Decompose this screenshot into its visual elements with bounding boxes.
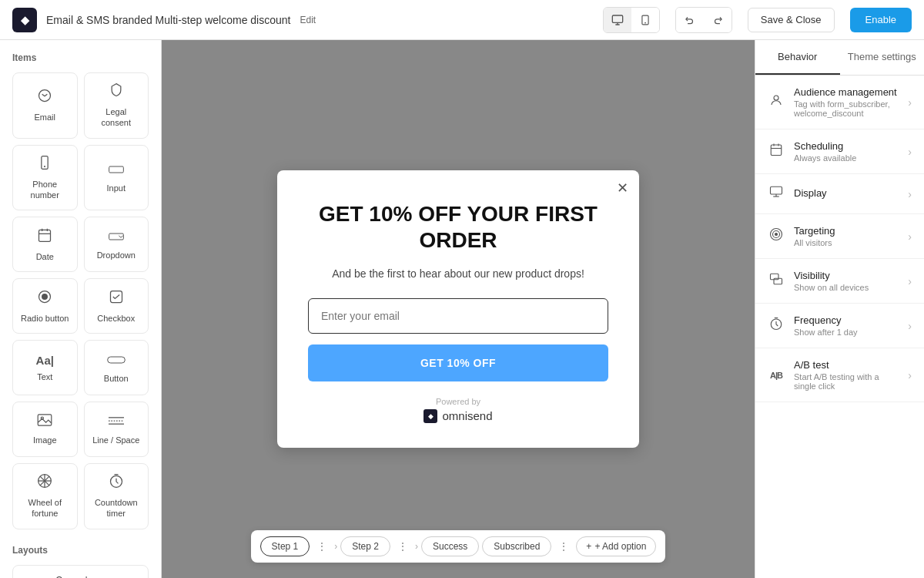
- setting-scheduling[interactable]: Scheduling Always available ›: [755, 129, 924, 174]
- targeting-icon: [768, 227, 785, 245]
- scheduling-sub: Always available: [794, 153, 899, 163]
- mobile-view-button[interactable]: [631, 8, 659, 32]
- setting-targeting[interactable]: Targeting All visitors ›: [755, 214, 924, 259]
- setting-visibility[interactable]: Visibility Show on all devices ›: [755, 259, 924, 304]
- step-1-pill[interactable]: Step 1: [260, 536, 310, 556]
- phone-label: Phone number: [19, 179, 71, 201]
- email-icon: [37, 88, 52, 107]
- popup-modal: ✕ GET 10% OFF YOUR FIRST ORDER And be th…: [277, 170, 639, 447]
- audience-text: Audience management Tag with form_subscr…: [794, 86, 899, 118]
- brand-icon: ◆: [424, 409, 437, 423]
- sidebar-item-button[interactable]: Button: [84, 340, 149, 395]
- svg-rect-13: [109, 234, 123, 240]
- display-text: Display: [794, 187, 899, 200]
- ab-test-text: A/B test Start A/B testing with a single…: [794, 359, 899, 391]
- sidebar-item-countdown-timer[interactable]: Countdown timer: [84, 463, 149, 529]
- dropdown-label: Dropdown: [97, 250, 136, 260]
- radio-icon: [37, 289, 52, 308]
- sidebar-item-wheel-of-fortune[interactable]: Wheel of fortune: [12, 463, 78, 529]
- subscribed-pill[interactable]: Subscribed: [482, 536, 551, 556]
- sidebar-item-line-space[interactable]: Line / Space: [84, 402, 149, 457]
- layout-one-column[interactable]: One column: [12, 565, 149, 578]
- display-icon: [768, 185, 785, 203]
- right-tabs: Behavior Theme settings: [755, 40, 924, 76]
- input-icon: [109, 162, 124, 178]
- app-logo: ◆: [12, 8, 37, 32]
- frequency-name: Frequency: [794, 314, 899, 326]
- frequency-icon: [768, 317, 785, 334]
- svg-rect-35: [771, 187, 782, 194]
- frequency-sub: Show after 1 day: [794, 328, 899, 337]
- success-pill[interactable]: Success: [421, 536, 479, 556]
- setting-audience-management[interactable]: Audience management Tag with form_subscr…: [755, 76, 924, 129]
- powered-by-section: Powered by ◆ omnisend: [308, 397, 608, 423]
- setting-frequency[interactable]: Frequency Show after 1 day ›: [755, 304, 924, 348]
- undo-redo-group: [675, 7, 732, 33]
- items-section-title: Items: [12, 52, 149, 63]
- add-option-button[interactable]: + + Add option: [576, 536, 656, 556]
- edit-label[interactable]: Edit: [300, 15, 316, 25]
- display-chevron: ›: [908, 188, 912, 200]
- image-label: Image: [33, 435, 57, 445]
- redo-button[interactable]: [704, 8, 732, 32]
- sidebar-item-date[interactable]: Date: [12, 217, 78, 272]
- subscribed-options[interactable]: ⋮: [554, 537, 573, 556]
- svg-rect-0: [612, 15, 622, 22]
- sidebar-item-radio-button[interactable]: Radio button: [12, 278, 78, 334]
- modal-subtitle: And be the first to hear about our new p…: [308, 267, 608, 280]
- visibility-chevron: ›: [908, 275, 912, 287]
- sidebar-item-email[interactable]: Email: [12, 72, 78, 139]
- date-label: Date: [36, 251, 54, 262]
- setting-ab-test[interactable]: A|B A/B test Start A/B testing with a si…: [755, 348, 924, 402]
- sidebar-item-legal-consent[interactable]: Legal consent: [84, 72, 149, 139]
- ab-test-name: A/B test: [794, 359, 899, 371]
- scheduling-text: Scheduling Always available: [794, 140, 899, 163]
- scheduling-icon: [768, 143, 785, 160]
- input-label: Input: [107, 183, 126, 193]
- brand-name: omnisend: [442, 409, 492, 422]
- tab-behavior[interactable]: Behavior: [755, 40, 840, 75]
- countdown-icon: [109, 473, 124, 492]
- ab-test-sub: Start A/B testing with a single click: [794, 372, 899, 391]
- svg-point-5: [39, 90, 51, 102]
- text-label: Text: [37, 371, 52, 382]
- scheduling-chevron: ›: [908, 146, 912, 158]
- undo-button[interactable]: [676, 8, 704, 32]
- add-icon: +: [586, 541, 591, 552]
- step-1-options[interactable]: ⋮: [313, 537, 331, 556]
- audience-sub: Tag with form_subscriber, welcome_discou…: [794, 99, 899, 118]
- svg-rect-8: [109, 166, 123, 173]
- setting-display[interactable]: Display ›: [755, 174, 924, 214]
- step-2-options[interactable]: ⋮: [393, 537, 412, 556]
- sidebar-item-text[interactable]: Aa| Text: [12, 340, 78, 395]
- step-arrow-1: ›: [334, 541, 337, 552]
- checkbox-label: Checkbox: [97, 313, 135, 324]
- legal-label: Legal consent: [91, 106, 142, 129]
- button-icon: [107, 352, 126, 368]
- sidebar-item-image[interactable]: Image: [12, 402, 78, 457]
- step-2-pill[interactable]: Step 2: [340, 536, 390, 556]
- sidebar-item-input[interactable]: Input: [84, 145, 149, 211]
- visibility-name: Visibility: [794, 270, 899, 281]
- desktop-view-button[interactable]: [604, 8, 631, 32]
- modal-close-button[interactable]: ✕: [617, 181, 628, 195]
- settings-list: Audience management Tag with form_subscr…: [755, 76, 924, 578]
- enable-button[interactable]: Enable: [850, 8, 912, 32]
- tab-theme-settings[interactable]: Theme settings: [840, 40, 925, 75]
- modal-title: GET 10% OFF YOUR FIRST ORDER: [308, 201, 608, 253]
- button-label: Button: [104, 373, 129, 384]
- powered-by-text: Powered by: [308, 397, 608, 406]
- svg-rect-17: [107, 357, 125, 363]
- sidebar-item-checkbox[interactable]: Checkbox: [84, 278, 149, 334]
- audience-icon: [768, 93, 785, 111]
- date-icon: [37, 227, 52, 247]
- sidebar-item-dropdown[interactable]: Dropdown: [84, 217, 149, 272]
- save-close-button[interactable]: Save & Close: [748, 8, 835, 32]
- targeting-text: Targeting All visitors: [794, 225, 899, 247]
- sidebar-item-phone-number[interactable]: Phone number: [12, 145, 78, 211]
- visibility-sub: Show on all devices: [794, 283, 899, 292]
- cta-button[interactable]: GET 10% OFF: [308, 344, 608, 381]
- countdown-label: Countdown timer: [91, 497, 142, 519]
- main-layout: Items Email Legal consent Phone number: [0, 40, 924, 578]
- email-input[interactable]: [308, 298, 608, 334]
